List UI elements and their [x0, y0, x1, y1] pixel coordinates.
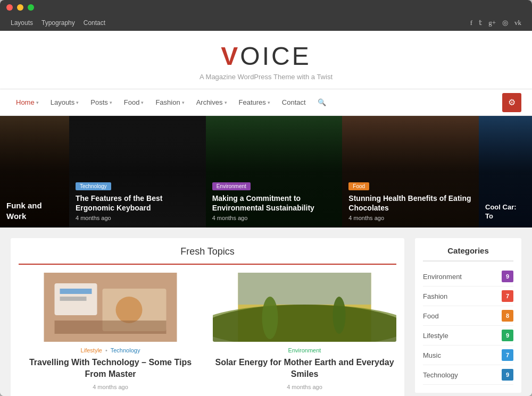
cat-name-food: Food [423, 312, 439, 320]
maximize-button[interactable] [28, 4, 34, 11]
topbar-nav: Layouts Typography Contact [11, 19, 105, 27]
svg-point-12 [262, 297, 278, 339]
nav-fashion[interactable]: Fashion ▾ [150, 94, 189, 111]
nav-items: Home ▾ Layouts ▾ Posts ▾ Food ▾ Fashion … [11, 94, 331, 111]
gear-icon: ⚙ [508, 97, 516, 107]
slide-5-overlay: Cool Car: To [479, 116, 532, 228]
sidebar: Categories Environment 9 Fashion 7 Food … [415, 238, 521, 396]
slide-4[interactable]: Food Stunning Health Benefits of Eating … [342, 116, 479, 228]
admin-topbar: Layouts Typography Contact f 𝕥 g+ ◎ vk [0, 15, 532, 31]
slide-3-title: Making a Commitment to Environmental Sus… [212, 193, 336, 213]
main-navigation: Home ▾ Layouts ▾ Posts ▾ Food ▾ Fashion … [0, 89, 532, 116]
slide-2-date: 4 months ago [76, 215, 200, 221]
articles-grid: Lifestyle • Technology Travelling With T… [19, 273, 396, 396]
cat-item-food[interactable]: Food 8 [423, 306, 513, 326]
nav-features[interactable]: Features ▾ [234, 94, 276, 111]
social-links: f 𝕥 g+ ◎ vk [470, 19, 521, 27]
site-logo[interactable]: VOICE [0, 41, 532, 71]
slide-5-title: Cool Car: To [485, 203, 526, 221]
cat-item-environment[interactable]: Environment 9 [423, 267, 513, 287]
cat-separator: • [105, 347, 107, 353]
slide-4-title: Stunning Health Benefits of Eating Choco… [348, 193, 472, 213]
slide-1-title: Funk and Work [6, 200, 63, 221]
categories-list: Environment 9 Fashion 7 Food 8 Lifestyle… [423, 267, 513, 385]
twitter-icon[interactable]: 𝕥 [479, 19, 482, 27]
article-1-cat-lifestyle[interactable]: Lifestyle [81, 347, 102, 353]
logo-rest: OICE [240, 42, 311, 70]
vk-icon[interactable]: vk [514, 19, 521, 27]
close-button[interactable] [6, 4, 13, 11]
svg-point-13 [333, 297, 346, 334]
facebook-icon[interactable]: f [470, 19, 472, 27]
nav-fashion-label: Fashion [155, 98, 180, 106]
article-1-image[interactable] [19, 273, 202, 342]
nav-food[interactable]: Food ▾ [119, 94, 149, 111]
article-2-title[interactable]: Solar Energy for Mother Earth and Everyd… [213, 357, 396, 381]
nav-layouts[interactable]: Layouts ▾ [45, 94, 85, 111]
cat-name-lifestyle: Lifestyle [423, 332, 448, 340]
article-1: Lifestyle • Technology Travelling With T… [19, 273, 202, 396]
slide-3-overlay: Environment Making a Commitment to Envir… [206, 116, 343, 228]
cat-item-fashion[interactable]: Fashion 7 [423, 287, 513, 306]
cat-item-technology[interactable]: Technology 9 [423, 365, 513, 385]
cat-count-environment: 9 [502, 271, 513, 282]
nav-layouts-arrow: ▾ [76, 100, 79, 105]
nav-food-label: Food [124, 98, 140, 106]
cat-count-technology: 9 [502, 369, 513, 381]
nav-features-arrow: ▾ [268, 100, 270, 105]
googleplus-icon[interactable]: g+ [488, 19, 496, 27]
slide-2-overlay: Technology The Features of the Best Ergo… [69, 116, 206, 228]
site-tagline: A Magazine WordPress Theme with a Twist [0, 73, 532, 81]
logo-v: V [221, 42, 240, 70]
cat-name-fashion: Fashion [423, 292, 447, 300]
cat-count-fashion: 7 [502, 290, 513, 302]
titlebar [0, 0, 532, 15]
browser-window: Layouts Typography Contact f 𝕥 g+ ◎ vk V… [0, 0, 532, 396]
nav-posts[interactable]: Posts ▾ [85, 94, 118, 111]
instagram-icon[interactable]: ◎ [502, 19, 508, 27]
slide-5[interactable]: Cool Car: To [479, 116, 532, 228]
svg-point-10 [213, 305, 396, 342]
nav-posts-label: Posts [90, 98, 108, 106]
slide-3-badge: Environment [212, 182, 251, 190]
slide-2-title: The Features of the Best Ergonomic Keybo… [76, 193, 200, 213]
content-area: Fresh Topics [0, 228, 532, 396]
article-2-image[interactable] [213, 273, 396, 342]
slide-1[interactable]: Funk and Work [0, 116, 69, 228]
svg-point-5 [116, 297, 143, 323]
topbar-layouts[interactable]: Layouts [11, 19, 33, 27]
nav-archives-arrow: ▾ [225, 100, 227, 105]
nav-layouts-label: Layouts [51, 98, 75, 106]
nav-search[interactable]: 🔍 [312, 94, 331, 111]
search-icon: 🔍 [318, 98, 326, 106]
article-1-title[interactable]: Travelling With Technology – Some Tips F… [19, 357, 202, 381]
topbar-contact[interactable]: Contact [84, 19, 105, 27]
nav-posts-arrow: ▾ [110, 100, 112, 105]
settings-button[interactable]: ⚙ [502, 93, 521, 112]
categories-title: Categories [423, 246, 513, 262]
nav-contact[interactable]: Contact [277, 94, 311, 111]
cat-item-lifestyle[interactable]: Lifestyle 9 [423, 326, 513, 346]
cat-name-music: Music [423, 351, 441, 359]
slide-4-overlay: Food Stunning Health Benefits of Eating … [342, 116, 479, 228]
svg-rect-2 [60, 289, 92, 294]
slide-3[interactable]: Environment Making a Commitment to Envir… [206, 116, 343, 228]
minimize-button[interactable] [17, 4, 23, 11]
article-1-date: 4 months ago [19, 384, 202, 390]
site-header: VOICE A Magazine WordPress Theme with a … [0, 31, 532, 89]
nav-home-label: Home [16, 98, 35, 106]
topbar-typography[interactable]: Typography [41, 19, 75, 27]
slide-4-date: 4 months ago [348, 215, 472, 221]
article-1-cat-technology[interactable]: Technology [111, 347, 140, 353]
cat-name-technology: Technology [423, 371, 458, 379]
svg-rect-11 [238, 273, 371, 305]
slide-2[interactable]: Technology The Features of the Best Ergo… [69, 116, 206, 228]
slide-2-badge: Technology [76, 182, 111, 190]
nav-archives[interactable]: Archives ▾ [191, 94, 232, 111]
nav-home[interactable]: Home ▾ [11, 94, 44, 111]
nav-archives-label: Archives [196, 98, 223, 106]
cat-name-environment: Environment [423, 273, 462, 281]
cat-item-music[interactable]: Music 7 [423, 346, 513, 365]
nav-contact-label: Contact [282, 98, 306, 106]
article-2-cat-environment[interactable]: Environment [288, 347, 321, 353]
